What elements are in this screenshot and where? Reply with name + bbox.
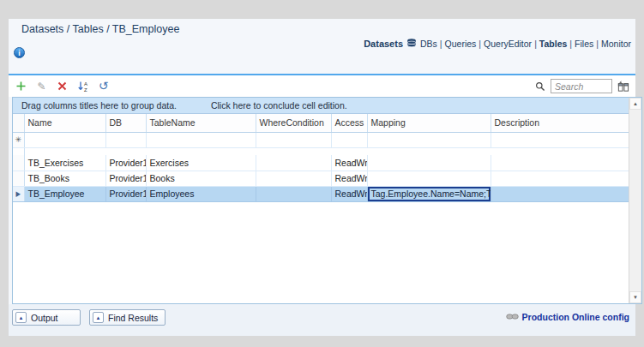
table-row-tb-employee-selected[interactable]: ▶ TB_Employee Provider1 Employees ReadWr…	[13, 186, 629, 201]
bottom-panel: ▲ Output ▲ Find Results Production Onlin…	[9, 304, 635, 336]
new-row-cell[interactable]	[331, 132, 367, 147]
conclude-edit-hint[interactable]: Click here to conclude cell edition.	[211, 100, 347, 111]
expand-up-icon: ▲	[93, 312, 104, 323]
column-header-access[interactable]: Access	[331, 114, 367, 132]
edit-cell-icon[interactable]: ✎	[35, 80, 48, 93]
cell-name[interactable]: TB_Employee	[24, 186, 105, 201]
breadcrumb: Datasets / Tables / TB_Employee	[21, 23, 179, 35]
cell-access[interactable]: ReadWr...	[331, 186, 367, 201]
find-results-panel-label: Find Results	[108, 313, 158, 323]
column-header-row: Name DB TableName WhereCondition Access …	[13, 114, 629, 132]
spacer-row	[13, 147, 629, 155]
delete-row-icon[interactable]	[56, 80, 69, 93]
cell-tablename[interactable]: Employees	[146, 186, 256, 201]
cell-db[interactable]: Provider1	[105, 155, 146, 171]
cell-mapping-focused[interactable]: Tag.Employee.Name=Name;Tag...	[367, 186, 491, 201]
nav-section-label: Datasets	[364, 39, 403, 49]
refresh-icon-glyph: ↺	[99, 81, 109, 92]
group-by-panel[interactable]: Drag columns titles here to group data. …	[13, 98, 629, 114]
cell-tablename[interactable]: Books	[146, 171, 256, 186]
table-row-tb-books[interactable]: TB_Books Provider1 Books ReadWr...	[13, 171, 629, 186]
new-row-marker: ✳	[13, 132, 24, 147]
search-icon	[533, 80, 546, 93]
selected-row-arrow-icon: ▶	[16, 190, 21, 199]
refresh-icon[interactable]: ↺	[97, 80, 110, 93]
cell-description[interactable]	[491, 171, 629, 186]
link-chain-icon	[506, 312, 519, 322]
new-row-cell[interactable]	[24, 132, 105, 147]
column-chooser-icon[interactable]	[617, 80, 629, 93]
row-indicator	[13, 147, 24, 155]
spacer-cell	[24, 147, 629, 155]
info-icon[interactable]: i	[14, 47, 25, 58]
find-results-panel-button[interactable]: ▲ Find Results	[89, 309, 166, 326]
row-indicator	[13, 155, 24, 171]
cell-access[interactable]: ReadWr...	[331, 171, 367, 186]
column-header-mapping[interactable]: Mapping	[367, 114, 491, 132]
nav-separator: |	[534, 39, 537, 49]
column-header-name[interactable]: Name	[24, 114, 105, 132]
scroll-down-icon[interactable]: ▼	[629, 291, 641, 303]
search-input[interactable]	[551, 79, 612, 93]
cell-description[interactable]	[491, 155, 629, 171]
database-stack-icon	[406, 39, 417, 49]
nav-item-monitor[interactable]: Monitor	[601, 39, 631, 49]
nav-item-tables[interactable]: Tables	[539, 39, 567, 49]
row-indicator	[13, 171, 24, 186]
nav-item-queryeditor[interactable]: QueryEditor	[484, 39, 532, 49]
new-row-cell[interactable]	[491, 132, 629, 147]
nav-separator: |	[478, 39, 481, 49]
nav-separator: |	[569, 39, 572, 49]
datasets-window: Datasets / Tables / TB_Employee Datasets…	[9, 19, 635, 336]
nav-item-files[interactable]: Files	[575, 39, 593, 49]
scroll-up-icon[interactable]: ▲	[629, 98, 641, 110]
nav-separator: |	[596, 39, 599, 49]
table-row-tb-exercises[interactable]: TB_Exercises Provider1 Exercises ReadWr.…	[13, 155, 629, 171]
cell-wherecondition[interactable]	[256, 186, 331, 201]
cell-access[interactable]: ReadWr...	[331, 155, 367, 171]
tables-grid: Drag columns titles here to group data. …	[12, 97, 642, 304]
toolbar-right-group	[533, 79, 629, 93]
nav-item-queries[interactable]: Queries	[445, 39, 477, 49]
output-panel-label: Output	[31, 313, 58, 323]
row-indicator-selected: ▶	[13, 186, 24, 201]
expand-up-icon: ▲	[15, 312, 27, 323]
new-row-cell[interactable]	[146, 132, 256, 147]
new-row-cell[interactable]	[367, 132, 491, 147]
new-row-cell[interactable]	[105, 132, 146, 147]
cell-mapping[interactable]	[367, 155, 491, 171]
new-row[interactable]: ✳	[13, 132, 629, 147]
nav-separator: |	[440, 39, 442, 49]
cell-name[interactable]: TB_Exercises	[24, 155, 105, 171]
edit-icon-glyph: ✎	[37, 81, 45, 93]
column-header-description[interactable]: Description	[491, 114, 629, 132]
row-indicator-header	[13, 114, 24, 132]
cell-tablename[interactable]: Exercises	[146, 155, 256, 171]
cell-mapping[interactable]	[367, 171, 491, 186]
vertical-scrollbar[interactable]: ▲ ▼	[629, 98, 641, 303]
svg-text:Z: Z	[84, 87, 87, 93]
column-header-db[interactable]: DB	[105, 114, 146, 132]
cell-db[interactable]: Provider1	[105, 186, 146, 201]
grid-toolbar: ✎ A Z ↺	[9, 74, 635, 97]
cell-name[interactable]: TB_Books	[24, 171, 105, 186]
config-status-link[interactable]: Production Online config	[506, 312, 629, 322]
column-header-wherecondition[interactable]: WhereCondition	[256, 114, 331, 132]
svg-text:A: A	[84, 81, 87, 87]
output-panel-button[interactable]: ▲ Output	[12, 309, 81, 326]
cell-db[interactable]: Provider1	[105, 171, 146, 186]
toolbar-left-group: ✎ A Z ↺	[15, 80, 110, 93]
sort-az-icon[interactable]: A Z	[76, 80, 89, 93]
config-status-label: Production Online config	[522, 312, 629, 322]
tables-table: Name DB TableName WhereCondition Access …	[13, 114, 629, 202]
cell-description[interactable]	[491, 186, 629, 201]
cell-wherecondition[interactable]	[256, 171, 331, 186]
add-row-icon[interactable]	[15, 80, 27, 93]
cell-wherecondition[interactable]	[256, 155, 331, 171]
column-header-tablename[interactable]: TableName	[146, 114, 256, 132]
module-nav: Datasets DBs | Queries | QueryEditor | T…	[364, 39, 631, 49]
group-panel-hint: Drag columns titles here to group data.	[21, 100, 177, 111]
nav-item-dbs[interactable]: DBs	[420, 39, 437, 49]
new-row-cell[interactable]	[256, 132, 331, 147]
